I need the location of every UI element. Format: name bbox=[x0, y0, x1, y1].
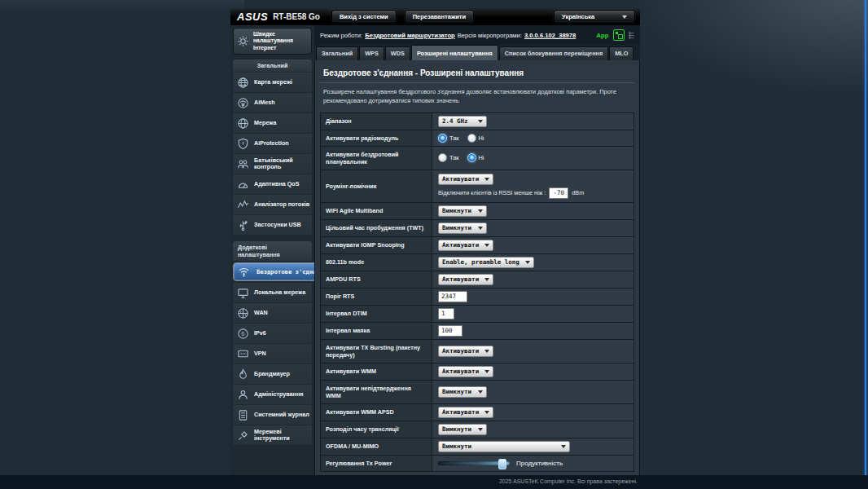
network-map-icon bbox=[236, 76, 250, 90]
language-dropdown[interactable]: Українська bbox=[554, 10, 635, 24]
agile-multiband-select[interactable]: Вимкнути bbox=[438, 205, 487, 217]
chevron-down-icon bbox=[484, 278, 489, 281]
tx-bursting-select[interactable]: Активувати bbox=[438, 346, 493, 357]
tx-power-slider-handle[interactable] bbox=[498, 459, 506, 469]
reboot-button[interactable]: Перезавантажити bbox=[405, 10, 474, 24]
radio-enable-radio-yes[interactable] bbox=[438, 134, 447, 143]
sidebar-item-adaptive-qos[interactable]: Адаптивна QoS bbox=[233, 174, 312, 194]
status-bar: Режим роботи: Бездротовий маршрутизатор … bbox=[314, 25, 640, 45]
sidebar-item-lan[interactable]: Локальна мережа bbox=[233, 283, 312, 302]
sidebar-item-vpn[interactable]: VPN bbox=[233, 344, 312, 363]
tab-roaming-block-list[interactable]: Список блокування переміщення bbox=[499, 46, 609, 60]
field-label: Активувати WMM APSD bbox=[321, 404, 432, 421]
sidebar-item-wan[interactable]: WAN bbox=[233, 303, 312, 323]
row-ampdu-rts: AMPDU RTS Активувати bbox=[321, 271, 633, 289]
vpn-monitor-icon bbox=[236, 347, 250, 361]
sidebar-item-network-tools[interactable]: Мережеві інструменти bbox=[233, 425, 312, 445]
field-label: Діапазон bbox=[321, 113, 432, 130]
firmware-label: Версія мікропрограми: bbox=[458, 32, 522, 39]
qr-code-icon[interactable] bbox=[613, 29, 625, 41]
chevron-down-icon bbox=[478, 227, 483, 230]
sidebar-item-system-log[interactable]: Системний журнал bbox=[233, 405, 312, 425]
quick-setup-gear-icon bbox=[236, 34, 250, 48]
field-label: 802.11b mode bbox=[321, 254, 432, 271]
chevron-down-icon bbox=[478, 428, 483, 431]
dtim-interval-input[interactable] bbox=[438, 308, 454, 319]
sidebar-item-network-map[interactable]: Карта мережі bbox=[233, 73, 312, 92]
tab-wds[interactable]: WDS bbox=[385, 46, 410, 60]
chevron-down-icon bbox=[484, 178, 489, 181]
radio-enable-radio-no[interactable] bbox=[467, 134, 476, 143]
airtime-fairness-select[interactable]: Вимкнути bbox=[438, 424, 487, 435]
sidebar-item-ipv6[interactable]: 6 IPv6 bbox=[233, 324, 312, 343]
radio-scheduler-yes[interactable] bbox=[438, 153, 447, 162]
chevron-down-icon bbox=[525, 261, 530, 264]
field-label: Інтервал маяка bbox=[321, 323, 432, 339]
tab-wps[interactable]: WPS bbox=[359, 46, 384, 60]
svg-text:6: 6 bbox=[241, 330, 244, 337]
chevron-down-icon bbox=[622, 15, 627, 19]
usb-status-icon[interactable]: ⬱ bbox=[629, 31, 634, 40]
rssi-threshold-input[interactable] bbox=[549, 187, 568, 199]
roaming-select[interactable]: Активувати bbox=[438, 174, 493, 185]
tab-advanced-settings[interactable]: Розширені налаштування bbox=[411, 45, 498, 60]
igmp-snooping-select[interactable]: Активувати bbox=[438, 240, 493, 251]
row-wireless-scheduler: Активувати бездротовий планувальник Так … bbox=[321, 147, 633, 170]
tab-general[interactable]: Загальний bbox=[316, 46, 358, 60]
sidebar-item-firewall[interactable]: Брандмауер bbox=[233, 364, 312, 384]
sidebar-item-aiprotection[interactable]: AiProtection bbox=[233, 134, 312, 153]
field-label: Інтервал DTIM bbox=[321, 306, 432, 322]
sidebar-item-aimesh[interactable]: AiMesh bbox=[233, 93, 312, 112]
rts-threshold-input[interactable] bbox=[438, 291, 467, 302]
ipv6-globe-icon: 6 bbox=[236, 327, 250, 341]
field-label: Розподіл часу трансляції bbox=[321, 421, 432, 438]
field-label: Роумінг-помічник bbox=[321, 170, 432, 202]
row-igmp-snooping: Активувати IGMP Snooping Активувати bbox=[321, 237, 633, 254]
chevron-down-icon bbox=[478, 390, 483, 394]
sidebar-item-usb-apps[interactable]: Застосунки USB bbox=[233, 215, 312, 235]
chevron-down-icon bbox=[478, 120, 483, 123]
field-label: Поріг RTS bbox=[321, 289, 432, 305]
band-select[interactable]: 2.4 GHz bbox=[438, 116, 487, 127]
lan-monitor-icon bbox=[236, 286, 250, 300]
chevron-down-icon bbox=[561, 445, 566, 448]
wmm-apsd-select[interactable]: Активувати bbox=[438, 407, 493, 418]
twt-select[interactable]: Вимкнути bbox=[438, 222, 487, 234]
wmm-select[interactable]: Активувати bbox=[438, 366, 493, 377]
ofdma-mumimo-select[interactable]: Вимкнути bbox=[438, 441, 570, 452]
row-agile-multiband: WiFi Agile Multiband Вимкнути bbox=[321, 203, 633, 220]
80211b-mode-select[interactable]: Enable, preamble long bbox=[438, 257, 534, 268]
quick-internet-setup-button[interactable]: Швидке налаштування Інтернет bbox=[233, 28, 312, 55]
chevron-down-icon bbox=[484, 411, 489, 414]
field-label: Активувати радіомодуль bbox=[321, 130, 432, 146]
window-edge-scroll-strip[interactable] bbox=[865, 0, 866, 489]
sidebar-item-administration[interactable]: Адміністрування bbox=[233, 385, 312, 404]
firmware-version-link[interactable]: 3.0.0.6.102_38978 bbox=[524, 32, 576, 39]
router-admin-window: ASUS RT-BE58 Go Вихід з системи Перезава… bbox=[230, 8, 640, 489]
tab-mlo[interactable]: MLO bbox=[609, 46, 633, 60]
tx-power-mode-label: Продуктивність bbox=[516, 460, 563, 467]
top-banner: ASUS RT-BE58 Go Вихід з системи Перезава… bbox=[230, 8, 640, 25]
field-label: OFDMA / MU-MIMO bbox=[321, 438, 432, 455]
field-label: Активувати WMM bbox=[321, 363, 432, 380]
row-airtime-fairness: Розподіл часу трансляції Вимкнути bbox=[321, 421, 633, 438]
row-tx-power: Регулювання Tx Power Продуктивність bbox=[321, 456, 633, 471]
rssi-threshold-label: Відключити клієнтів із RSSI менше ніж : bbox=[438, 189, 546, 196]
field-label: Цільовий час пробудження (TWT) bbox=[321, 220, 432, 236]
operation-mode-link[interactable]: Бездротовий маршрутизатор bbox=[365, 32, 454, 39]
beacon-interval-input[interactable] bbox=[438, 325, 462, 337]
logout-button[interactable]: Вихід з системи bbox=[331, 10, 397, 24]
radio-scheduler-no[interactable] bbox=[467, 153, 476, 162]
wifi-icon bbox=[237, 265, 251, 279]
shield-icon bbox=[236, 137, 250, 151]
chevron-down-icon bbox=[478, 209, 483, 213]
sidebar-item-traffic-analyzer[interactable]: Аналізатор потоків bbox=[233, 195, 312, 214]
wmm-no-ack-select[interactable]: Вимкнути bbox=[438, 386, 487, 398]
sidebar-item-network[interactable]: Мережа bbox=[233, 113, 312, 133]
app-link[interactable]: App bbox=[596, 32, 609, 39]
tx-power-slider[interactable] bbox=[438, 461, 510, 465]
sidebar-item-parental-controls[interactable]: Батьківський контроль bbox=[233, 154, 312, 174]
ampdu-rts-select[interactable]: Активувати bbox=[438, 274, 493, 285]
settings-panel: Бездротове з'єднання - Розширені налашту… bbox=[314, 60, 640, 489]
sidebar-section-advanced: Додаткові налаштування bbox=[233, 241, 312, 261]
